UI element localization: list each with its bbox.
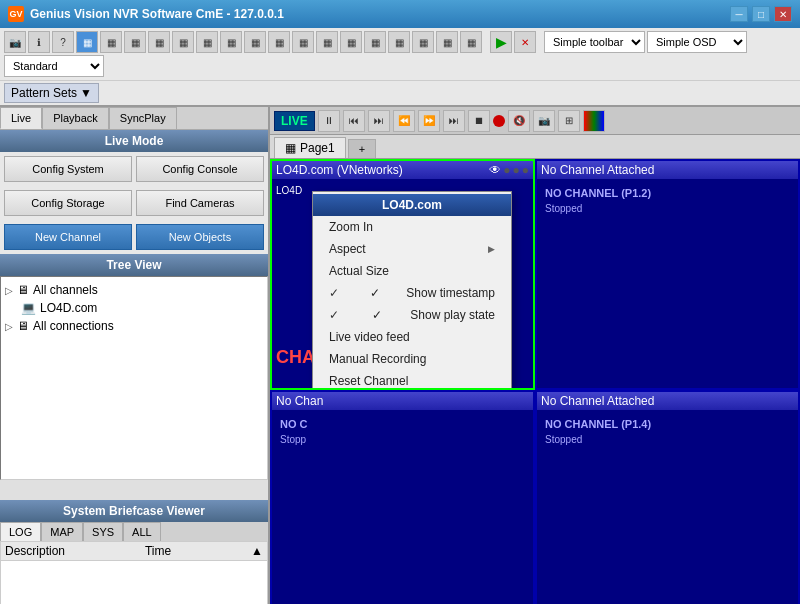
cm-show-timestamp[interactable]: ✓ Show timestamp: [313, 282, 511, 304]
minimize-button[interactable]: ─: [730, 6, 748, 22]
prev-frame-button[interactable]: ⏮: [343, 110, 365, 132]
osd-style-dropdown[interactable]: Simple OSD: [647, 31, 747, 53]
tb-info[interactable]: ℹ: [28, 31, 50, 53]
cm-show-play-state[interactable]: ✓ Show play state: [313, 304, 511, 326]
video-cell-4[interactable]: No Channel Attached NO CHANNEL (P1.4) St…: [535, 390, 800, 604]
tb-grid6[interactable]: ▦: [196, 31, 218, 53]
tb-grid2[interactable]: ▦: [100, 31, 122, 53]
tb-view7[interactable]: ▦: [364, 31, 386, 53]
page-tabs: ▦ Page1 +: [270, 135, 800, 159]
tb-grid4[interactable]: ▦: [148, 31, 170, 53]
cm-live-video[interactable]: Live video feed: [313, 326, 511, 348]
cm-zoom-in[interactable]: Zoom In: [313, 216, 511, 238]
color-button[interactable]: c: [583, 110, 605, 132]
cm-manual-recording[interactable]: Manual Recording: [313, 348, 511, 370]
tb-view3[interactable]: ▦: [268, 31, 290, 53]
config-buttons-row: Config System Config Console: [0, 152, 268, 186]
scroll-up-icon[interactable]: ▲: [251, 544, 263, 558]
cell-dot-3: ●: [522, 163, 529, 177]
cha-text: CHA: [276, 347, 315, 368]
video-cell-2[interactable]: No Channel Attached NO CHANNEL (P1.2) St…: [535, 159, 800, 390]
col-time: Time: [145, 544, 171, 558]
check-icon-playstate: ✓: [372, 308, 382, 322]
config-system-button[interactable]: Config System: [4, 156, 132, 182]
tb-view10[interactable]: ▦: [436, 31, 458, 53]
app-icon: GV: [8, 6, 24, 22]
tb-grid3[interactable]: ▦: [124, 31, 146, 53]
tb-view5[interactable]: ▦: [316, 31, 338, 53]
eye-icon[interactable]: 👁: [489, 163, 501, 177]
mute-button[interactable]: 🔇: [508, 110, 530, 132]
skip-back-button[interactable]: ⏪: [393, 110, 415, 132]
toolbar-row1: 📷 ℹ ? ▦ ▦ ▦ ▦ ▦ ▦ ▦ ▦ ▦ ▦ ▦ ▦ ▦ ▦ ▦ ▦ ▦ …: [0, 28, 800, 81]
page-tab-1[interactable]: ▦ Page1: [274, 137, 346, 158]
tb-play-button[interactable]: ▶: [490, 31, 512, 53]
page-add-tab[interactable]: +: [348, 139, 376, 158]
briefcase-header: System Briefcase Viewer: [0, 500, 268, 522]
tb-view9[interactable]: ▦: [412, 31, 434, 53]
tb-help[interactable]: ?: [52, 31, 74, 53]
tree-view[interactable]: ▷ 🖥 All channels 💻 LO4D.com ▷ 🖥 All conn…: [0, 276, 268, 480]
tree-item-all-channels[interactable]: ▷ 🖥 All channels: [5, 281, 263, 299]
tb-view1[interactable]: ▦: [220, 31, 242, 53]
video-cell-1[interactable]: LO4D.com (VNetworks) 👁 ● ● ● LO4D CHA LO…: [270, 159, 535, 390]
stop-live-button[interactable]: ⏹: [468, 110, 490, 132]
btab-log[interactable]: LOG: [0, 522, 41, 541]
lo4d-icon: 💻: [21, 301, 36, 315]
tab-syncplay[interactable]: SyncPlay: [109, 107, 177, 129]
new-channel-button[interactable]: New Channel: [4, 224, 132, 250]
tb-view2[interactable]: ▦: [244, 31, 266, 53]
all-channels-label: All channels: [33, 283, 98, 297]
pattern-sets-chevron: ▼: [80, 86, 92, 100]
layout-dropdown[interactable]: Standard: [4, 55, 104, 77]
config-storage-button[interactable]: Config Storage: [4, 190, 132, 216]
tree-item-all-connections[interactable]: ▷ 🖥 All connections: [5, 317, 263, 335]
cell-title-4: No Channel Attached: [541, 394, 654, 408]
toolbar-style-dropdown[interactable]: Simple toolbar: [544, 31, 645, 53]
cell-header-1: LO4D.com (VNetworks) 👁 ● ● ●: [272, 161, 533, 179]
cell-title-3: No Chan: [276, 394, 323, 408]
video-cell-3[interactable]: No Chan NO C Stopp: [270, 390, 535, 604]
window-controls: ─ □ ✕: [730, 6, 792, 22]
context-menu: LO4D.com Zoom In Aspect Actual Size ✓ Sh…: [312, 191, 512, 390]
page-tab-label: Page1: [300, 141, 335, 155]
new-objects-button[interactable]: New Objects: [136, 224, 264, 250]
config-console-button[interactable]: Config Console: [136, 156, 264, 182]
cell-dot-2: ●: [513, 163, 520, 177]
btab-all[interactable]: ALL: [123, 522, 161, 541]
tree-item-lo4d[interactable]: 💻 LO4D.com: [5, 299, 263, 317]
tb-view11[interactable]: ▦: [460, 31, 482, 53]
tb-view4[interactable]: ▦: [292, 31, 314, 53]
next-frame-button[interactable]: ⏭: [368, 110, 390, 132]
pattern-sets-label: Pattern Sets: [11, 86, 77, 100]
stopped-label-3: Stopp: [276, 434, 529, 445]
tb-grid5[interactable]: ▦: [172, 31, 194, 53]
snapshot-button[interactable]: 📷: [533, 110, 555, 132]
tb-icon-camera[interactable]: 📷: [4, 31, 26, 53]
briefcase-scroll[interactable]: [1, 561, 267, 604]
cell-content-3: NO C Stopp: [272, 410, 533, 449]
cm-actual-size[interactable]: Actual Size: [313, 260, 511, 282]
cell-content-2: NO CHANNEL (P1.2) Stopped: [537, 179, 798, 218]
cell-title-2: No Channel Attached: [541, 163, 654, 177]
tb-grid1[interactable]: ▦: [76, 31, 98, 53]
find-cameras-button[interactable]: Find Cameras: [136, 190, 264, 216]
channel-buttons-row: New Channel New Objects: [0, 220, 268, 254]
skip-fwd-button[interactable]: ⏭: [443, 110, 465, 132]
btab-map[interactable]: MAP: [41, 522, 83, 541]
tb-stop-button[interactable]: ✕: [514, 31, 536, 53]
tab-live[interactable]: Live: [0, 107, 42, 129]
close-button[interactable]: ✕: [774, 6, 792, 22]
pause-button[interactable]: ⏸: [318, 110, 340, 132]
cm-reset-channel[interactable]: Reset Channel: [313, 370, 511, 390]
fast-fwd-button[interactable]: ⏩: [418, 110, 440, 132]
pattern-sets-button[interactable]: Pattern Sets ▼: [4, 83, 99, 103]
tb-view8[interactable]: ▦: [388, 31, 410, 53]
btab-sys[interactable]: SYS: [83, 522, 123, 541]
cm-aspect[interactable]: Aspect: [313, 238, 511, 260]
tab-playback[interactable]: Playback: [42, 107, 109, 129]
maximize-button[interactable]: □: [752, 6, 770, 22]
grid-view-button[interactable]: ⊞: [558, 110, 580, 132]
tb-view6[interactable]: ▦: [340, 31, 362, 53]
cell-header-3: No Chan: [272, 392, 533, 410]
